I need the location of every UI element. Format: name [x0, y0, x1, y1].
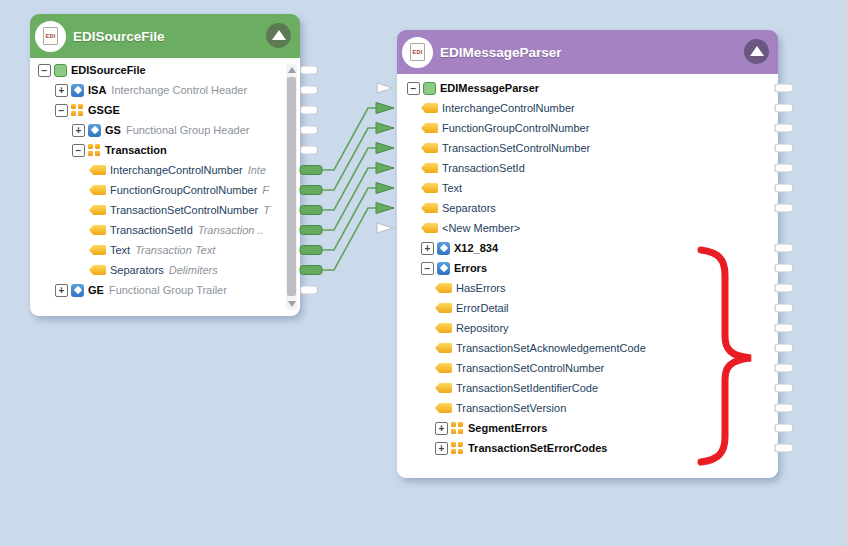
node-label: Transaction — [105, 144, 167, 156]
output-port[interactable] — [301, 86, 318, 94]
scrollbar-thumb[interactable] — [287, 77, 296, 296]
collapse-node-icon[interactable]: − — [38, 64, 51, 77]
node-label: Text — [442, 182, 462, 194]
input-arrow-connected[interactable] — [376, 143, 394, 154]
output-port[interactable] — [301, 66, 318, 74]
collapse-node-icon[interactable]: − — [407, 82, 420, 95]
node-label: TransactionSetId — [110, 224, 193, 236]
tree-item-interchangecontrolnumber[interactable]: InterchangeControlNumberInte — [30, 160, 284, 180]
source-tree: −EDISourceFile+ISAInterchange Control He… — [30, 58, 300, 316]
node-label: TransactionSetControlNumber — [442, 142, 590, 154]
node-label: GS — [105, 124, 121, 136]
blue-star-icon — [71, 284, 84, 297]
connection-line[interactable] — [322, 208, 376, 270]
tree-item-transactionsetcontrolnumber[interactable]: TransactionSetControlNumberT — [30, 200, 284, 220]
yellow-tag-icon — [435, 343, 452, 353]
input-arrow-connected[interactable] — [376, 203, 394, 214]
tree-item-functiongroupcontrolnumber[interactable]: FunctionGroupControlNumber — [397, 118, 774, 138]
triangle-up-icon — [288, 67, 296, 73]
node-label: FunctionGroupControlNumber — [110, 184, 257, 196]
tree-item-text[interactable]: TextTransaction Text — [30, 240, 284, 260]
collapse-node-icon[interactable]: − — [421, 262, 434, 275]
tree-item-new-member[interactable]: <New Member> — [397, 218, 774, 238]
target-panel-header[interactable]: EDI EDIMessageParser — [397, 30, 778, 74]
tree-item-transactionsetcontrolnumber[interactable]: TransactionSetControlNumber — [397, 358, 774, 378]
input-arrow[interactable] — [377, 223, 393, 233]
output-port-connected[interactable] — [300, 186, 322, 195]
node-label: <New Member> — [442, 222, 520, 234]
input-arrow-connected[interactable] — [376, 103, 394, 114]
tree-item-repository[interactable]: Repository — [397, 318, 774, 338]
connection-line[interactable] — [322, 168, 376, 230]
collapse-button[interactable] — [744, 39, 769, 64]
output-port-connected[interactable] — [300, 206, 322, 215]
tree-item-x12-834[interactable]: +X12_834 — [397, 238, 774, 258]
expand-node-icon[interactable]: + — [421, 242, 434, 255]
expand-node-icon[interactable]: + — [435, 422, 448, 435]
tree-item-isa[interactable]: +ISAInterchange Control Header — [30, 80, 284, 100]
connection-line[interactable] — [322, 188, 376, 250]
tree-item-transactionsetidentifiercode[interactable]: TransactionSetIdentifierCode — [397, 378, 774, 398]
node-label: GSGE — [88, 104, 120, 116]
output-port-connected[interactable] — [300, 166, 322, 175]
scroll-down-button[interactable] — [286, 298, 297, 310]
tree-item-transactionsetid[interactable]: TransactionSetId — [397, 158, 774, 178]
expand-node-icon[interactable]: + — [72, 124, 85, 137]
tree-item-errordetail[interactable]: ErrorDetail — [397, 298, 774, 318]
tree-item-functiongroupcontrolnumber[interactable]: FunctionGroupControlNumberF — [30, 180, 284, 200]
input-arrow[interactable] — [377, 83, 393, 93]
tree-item-errors[interactable]: −Errors — [397, 258, 774, 278]
connection-line[interactable] — [322, 108, 376, 170]
output-port[interactable] — [301, 106, 318, 114]
input-arrow-connected[interactable] — [376, 183, 394, 194]
expand-node-icon[interactable]: + — [435, 442, 448, 455]
input-arrow-connected[interactable] — [376, 123, 394, 134]
tree-item-text[interactable]: Text — [397, 178, 774, 198]
tree-item-separators[interactable]: Separators — [397, 198, 774, 218]
node-description: Functional Group Header — [126, 124, 250, 136]
tree-item-interchangecontrolnumber[interactable]: InterchangeControlNumber — [397, 98, 774, 118]
connection-line[interactable] — [322, 128, 376, 190]
tree-item-transactionsetacknowledgementcode[interactable]: TransactionSetAcknowledgementCode — [397, 338, 774, 358]
node-label: GE — [88, 284, 104, 296]
node-label: TransactionSetErrorCodes — [468, 442, 607, 454]
tree-item-transactionsetversion[interactable]: TransactionSetVersion — [397, 398, 774, 418]
tree-item-edimessageparser[interactable]: −EDIMessageParser — [397, 78, 774, 98]
input-arrow-connected[interactable] — [376, 163, 394, 174]
source-panel-header[interactable]: EDI EDISourceFile — [30, 14, 300, 58]
output-port[interactable] — [301, 126, 318, 134]
expand-node-icon[interactable]: + — [55, 284, 68, 297]
tree-item-segmenterrors[interactable]: +SegmentErrors — [397, 418, 774, 438]
node-label: X12_834 — [454, 242, 498, 254]
tree-item-separators[interactable]: SeparatorsDelimiters — [30, 260, 284, 280]
collapse-node-icon[interactable]: − — [72, 144, 85, 157]
node-label: Errors — [454, 262, 487, 274]
vertical-scrollbar[interactable] — [286, 64, 297, 310]
expand-node-icon[interactable]: + — [55, 84, 68, 97]
yellow-tag-icon — [421, 103, 438, 113]
green-square-icon — [54, 64, 67, 77]
tree-item-gsge[interactable]: −GSGE — [30, 100, 284, 120]
tree-item-transaction[interactable]: −Transaction — [30, 140, 284, 160]
tree-item-transactionsetid[interactable]: TransactionSetIdTransaction .. — [30, 220, 284, 240]
output-port[interactable] — [301, 146, 318, 154]
tree-item-transactionsetcontrolnumber[interactable]: TransactionSetControlNumber — [397, 138, 774, 158]
tree-item-gs[interactable]: +GSFunctional Group Header — [30, 120, 284, 140]
node-description: Transaction .. — [198, 224, 264, 236]
tree-item-transactionseterrorcodes[interactable]: +TransactionSetErrorCodes — [397, 438, 774, 458]
output-port-connected[interactable] — [300, 246, 322, 255]
connection-line[interactable] — [322, 148, 376, 210]
output-port-connected[interactable] — [300, 226, 322, 235]
node-description: Interchange Control Header — [111, 84, 247, 96]
node-label: FunctionGroupControlNumber — [442, 122, 589, 134]
collapse-node-icon[interactable]: − — [55, 104, 68, 117]
tree-item-edisourcefile[interactable]: −EDISourceFile — [30, 60, 284, 80]
tree-item-haserrors[interactable]: HasErrors — [397, 278, 774, 298]
scroll-up-button[interactable] — [286, 64, 297, 76]
output-port-connected[interactable] — [300, 266, 322, 275]
edi-document-icon: EDI — [35, 21, 66, 52]
output-port[interactable] — [301, 286, 318, 294]
node-description: Inte — [248, 164, 266, 176]
tree-item-ge[interactable]: +GEFunctional Group Trailer — [30, 280, 284, 300]
collapse-button[interactable] — [266, 23, 291, 48]
